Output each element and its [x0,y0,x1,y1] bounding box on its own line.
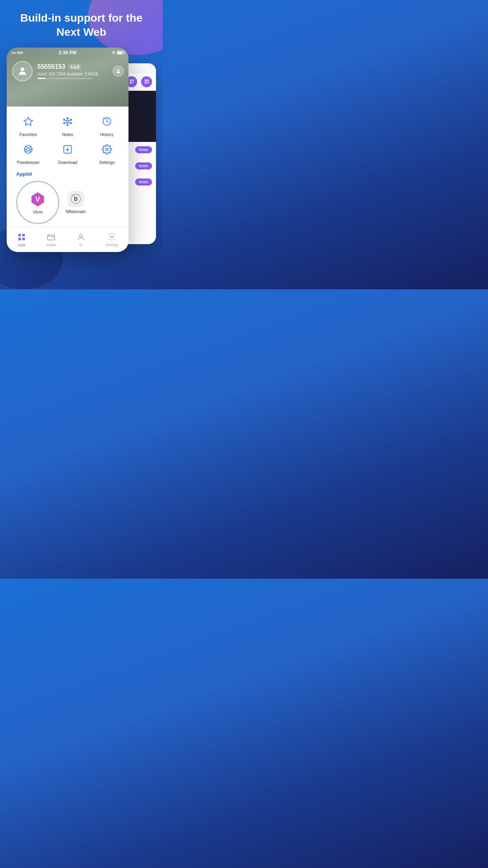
menu-item-history[interactable]: History [89,113,125,137]
svg-rect-40 [18,238,20,240]
secondary-avatar[interactable] [113,66,124,77]
svg-line-22 [69,120,70,121]
svg-line-26 [65,120,67,121]
notes-label: Notes [62,132,73,137]
notes-icon [59,113,76,130]
svg-point-32 [106,148,108,151]
bottom-nav: Apps Wallet [7,227,128,252]
storage-bar-fill [37,78,46,79]
svg-rect-8 [145,83,146,84]
storage-bar [37,78,92,79]
history-icon [98,113,116,130]
nav-item-wallet[interactable]: Wallet [46,232,56,247]
settings-nav-icon [107,232,117,242]
svg-rect-38 [18,234,20,236]
profile-id-row: 55555153 Lv.3 [37,63,98,70]
svg-point-11 [20,67,24,71]
svg-text:V: V [35,195,40,203]
svg-rect-5 [130,83,131,83]
avatar[interactable] [12,61,33,81]
id-nav-label: ID [79,243,83,247]
passkeeper-label: Passkeeper [17,160,40,165]
instagram-enter-button[interactable]: Enter [135,162,152,169]
svg-point-16 [70,119,72,120]
google-enter-button[interactable]: Enter [135,146,152,153]
svg-point-43 [79,234,82,237]
vbox-logo-icon: V [29,191,46,208]
profile-info: 55555153 Lv.3 Used: 606.72KB Available: … [37,63,98,79]
svg-marker-13 [24,117,33,125]
status-bar: no SIM 2:36 PM ⚙ [7,48,128,58]
svg-rect-39 [22,234,24,236]
svg-point-44 [111,236,113,238]
applet-section: Applet V [11,171,125,230]
download-label: Download [58,160,77,165]
menu-item-notes[interactable]: Notes [50,113,85,137]
favorites-label: Favorites [19,132,37,137]
applet-vbox-highlighted[interactable]: V Vbox [16,181,59,224]
wallet-nav-icon [46,232,56,242]
phone-primary: no SIM 2:36 PM ⚙ 55555153 [7,48,128,252]
svg-point-17 [70,122,72,123]
menu-grid: Favorites [11,113,125,165]
svg-rect-4 [132,80,133,81]
menu-section: Favorites [7,107,128,236]
user-id: 55555153 [37,63,65,70]
status-right: ⚙ [112,51,124,55]
favorites-icon [20,113,37,130]
storage-info: Used: 606.72KB Available: 5.00GB [37,72,98,76]
menu-item-passkeeper[interactable]: Passkeeper [11,141,46,165]
svg-rect-42 [48,235,55,240]
hero-title: Build-in support for theNext Web [0,0,163,48]
user-level: Lv.3 [68,64,81,70]
svg-rect-3 [130,80,131,81]
nav-item-apps[interactable]: Apps [17,232,26,247]
download-icon [59,141,76,158]
menu-item-favorites[interactable]: Favorites [11,113,46,137]
svg-point-12 [117,69,119,71]
svg-rect-6 [145,80,146,81]
svg-rect-7 [147,80,149,81]
carrier-text: no SIM [11,51,23,55]
menu-item-settings[interactable]: Settings [89,141,125,165]
svg-text:B: B [74,196,78,202]
svg-point-37 [73,195,75,197]
svg-line-25 [65,122,67,123]
svg-rect-41 [22,238,24,240]
id-nav-icon [76,232,86,242]
apps-nav-icon [17,232,26,242]
applet-grid: V Vbox B NBdomain [16,181,119,224]
menu-item-download[interactable]: Download [50,141,85,165]
settings-status-icon: ⚙ [112,51,115,55]
svg-point-15 [67,117,68,118]
scan-button[interactable] [141,76,152,87]
applet-nbdomain[interactable]: B NBdomain [66,191,86,214]
svg-line-23 [69,122,70,123]
nbdomain-icon: B [68,191,84,207]
svg-point-29 [27,147,30,151]
mydomain-enter-button[interactable]: Enter [135,178,152,186]
history-label: History [100,132,114,137]
svg-point-20 [64,119,65,120]
settings-menu-icon [98,141,116,158]
nbdomain-label: NBdomain [66,209,86,214]
wallet-nav-label: Wallet [46,243,56,247]
nav-item-settings[interactable]: Settings [106,232,119,247]
time-display: 2:36 PM [59,50,76,55]
nav-item-id[interactable]: ID [76,232,86,247]
svg-point-19 [64,122,65,123]
svg-point-14 [66,120,69,123]
profile-area: 55555153 Lv.3 Used: 606.72KB Available: … [7,58,128,85]
settings-nav-label: Settings [106,243,119,247]
passkeeper-icon [20,141,37,158]
applet-title: Applet [16,171,119,177]
settings-menu-label: Settings [99,160,115,165]
phone-header: no SIM 2:36 PM ⚙ 55555153 [7,48,128,107]
svg-point-18 [67,124,68,125]
phone2-battery-icon [145,66,152,70]
vbox-label: Vbox [33,210,42,214]
apps-nav-label: Apps [17,243,26,247]
phones-showcase: ⊙ ↗ ⏰ 35% ☰ ✕ [7,48,156,268]
nbdomain-logo-icon: B [70,193,81,204]
